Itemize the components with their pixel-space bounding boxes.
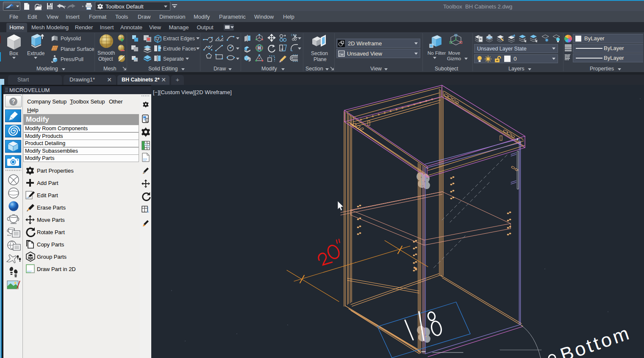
svg-text:Bottom: Bottom bbox=[558, 322, 634, 358]
